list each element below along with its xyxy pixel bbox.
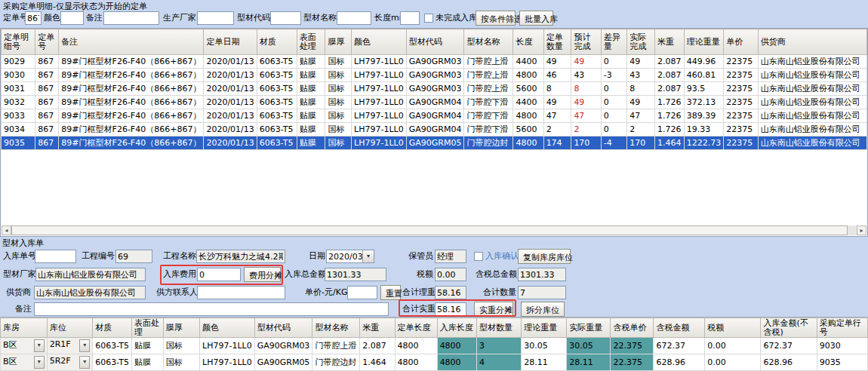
cell[interactable]: LH797-1LL0: [352, 69, 407, 82]
dropdown-arrow-icon[interactable]: ▾: [34, 339, 45, 352]
cell[interactable]: 1.464: [654, 136, 684, 150]
column-header[interactable]: 定单长度: [395, 318, 437, 338]
scroll-left-icon[interactable]: ◂: [2, 225, 11, 235]
cell[interactable]: 89#门框型材F26-F40（866+867）: [59, 136, 204, 150]
cell[interactable]: 22.375: [611, 338, 654, 354]
cell[interactable]: 2020/01/13: [204, 123, 257, 136]
cell[interactable]: 国标: [325, 96, 352, 109]
dropdown-arrow-icon[interactable]: ▾: [34, 356, 45, 369]
cell[interactable]: 0: [601, 55, 626, 69]
cell[interactable]: 9030: [817, 338, 867, 354]
cell[interactable]: 9035: [2, 136, 35, 150]
cell[interactable]: 43: [627, 69, 655, 82]
cell[interactable]: GA90GRM05: [406, 136, 464, 150]
cell[interactable]: 28.11: [567, 354, 611, 371]
cell[interactable]: 山东南山铝业股份有限公司: [758, 55, 866, 69]
cell[interactable]: 贴膜: [297, 96, 325, 109]
cell[interactable]: 1.464: [360, 354, 395, 371]
cell[interactable]: 6063-T5: [257, 82, 297, 96]
batch-inbound-button[interactable]: 批量入库: [519, 11, 553, 26]
cell[interactable]: 9030: [2, 69, 35, 82]
cell[interactable]: LH797-1LL0: [352, 109, 407, 123]
cell[interactable]: 4: [477, 354, 522, 371]
cell[interactable]: -3: [601, 69, 626, 82]
table-row[interactable]: 902986789#门框型材F26-F40（866+867）2020/01/13…: [2, 55, 867, 69]
cell[interactable]: 4800: [437, 354, 476, 371]
cell[interactable]: 867: [35, 109, 59, 123]
h-scrollbar[interactable]: ◂ ▸: [2, 225, 866, 235]
cell[interactable]: 0: [601, 96, 626, 109]
column-header[interactable]: 材质: [257, 29, 297, 55]
cell[interactable]: 22375: [724, 69, 759, 82]
cell[interactable]: 山东南山铝业股份有限公司: [758, 109, 866, 123]
cell[interactable]: 2020/01/13: [204, 109, 257, 123]
cell[interactable]: 山东南山铝业股份有限公司: [758, 123, 866, 136]
manufacturer-input[interactable]: [197, 11, 234, 25]
cell[interactable]: GA90GRM03: [406, 55, 464, 69]
cell[interactable]: 43: [571, 69, 601, 82]
column-header[interactable]: 理论重量: [684, 29, 724, 55]
column-header[interactable]: 备注: [59, 29, 204, 55]
calendar-dropdown-icon[interactable]: ▾: [362, 250, 374, 262]
cell[interactable]: 9033: [2, 109, 35, 123]
cell[interactable]: 22.375: [611, 354, 654, 371]
table-row[interactable]: 903386789#门框型材F26-F40（866+867）2020/01/13…: [2, 109, 867, 123]
cell[interactable]: 国标: [163, 354, 199, 371]
column-header[interactable]: 膜厚: [325, 29, 352, 55]
cell[interactable]: 门带腔上滑: [312, 338, 360, 354]
cell[interactable]: 贴膜: [297, 82, 325, 96]
cell[interactable]: 8: [543, 82, 571, 96]
column-header[interactable]: 实际重量: [567, 318, 611, 338]
cell[interactable]: 4800: [395, 354, 437, 371]
cell[interactable]: 2: [543, 123, 571, 136]
table-row[interactable]: ▾B区▾2R1F6063-T5贴膜国标LH797-1LL0GA90GRM03门带…: [1, 338, 868, 354]
cell[interactable]: GA90GRM05: [254, 354, 312, 371]
column-header[interactable]: 采购定单行号: [817, 318, 867, 338]
cell[interactable]: 6063-T5: [257, 123, 297, 136]
cell[interactable]: 门带腔下滑: [464, 109, 513, 123]
color-filter-input[interactable]: [60, 11, 84, 25]
cell[interactable]: GA90GRM03: [406, 82, 464, 96]
cell[interactable]: 372.13: [684, 96, 724, 109]
column-header[interactable]: 米重: [360, 318, 395, 338]
cell[interactable]: 2020/01/13: [204, 136, 257, 150]
cell[interactable]: 47: [543, 109, 571, 123]
cell[interactable]: 93.5: [684, 82, 724, 96]
scroll-right-icon[interactable]: ▸: [857, 225, 866, 235]
cell[interactable]: LH797-1LL0: [200, 354, 255, 371]
column-header[interactable]: 定单数量: [543, 29, 571, 55]
cell[interactable]: 国标: [325, 69, 352, 82]
cell[interactable]: 89#门框型材F26-F40（866+867）: [59, 55, 204, 69]
cell[interactable]: 山东南山铝业股份有限公司: [758, 82, 866, 96]
cell[interactable]: 4400: [513, 55, 543, 69]
cell[interactable]: 49: [571, 96, 601, 109]
cell[interactable]: 89#门框型材F26-F40（866+867）: [59, 123, 204, 136]
order-no-input[interactable]: [25, 11, 42, 25]
column-header[interactable]: 实际完成: [627, 29, 655, 55]
cell[interactable]: 6063-T5: [257, 136, 297, 150]
contact-input[interactable]: [197, 286, 285, 299]
cell[interactable]: -4: [601, 136, 626, 150]
cell[interactable]: 6063-T5: [257, 109, 297, 123]
cell[interactable]: 2.087: [654, 55, 684, 69]
cell[interactable]: LH797-1LL0: [352, 136, 407, 150]
cell[interactable]: 867: [35, 123, 59, 136]
cell[interactable]: 山东南山铝业股份有限公司: [758, 136, 866, 150]
cell[interactable]: ▾B区: [1, 338, 48, 354]
cell[interactable]: LH797-1LL0: [352, 82, 407, 96]
unfinished-inbound-checkbox[interactable]: [424, 14, 433, 23]
cell[interactable]: GA90GRM04: [406, 96, 464, 109]
cell[interactable]: 89#门框型材F26-F40（866+867）: [59, 82, 204, 96]
cell[interactable]: 6063-T5: [257, 55, 297, 69]
cell[interactable]: 2020/01/13: [204, 82, 257, 96]
column-header[interactable]: 材质: [93, 318, 132, 338]
cell[interactable]: 2: [627, 123, 655, 136]
cell[interactable]: 47: [571, 109, 601, 123]
actual-weight-allocate-button[interactable]: 实重分摊: [474, 302, 513, 317]
cell[interactable]: 28.11: [522, 354, 567, 371]
column-header[interactable]: 膜厚: [163, 318, 199, 338]
length-filter-input[interactable]: [400, 11, 420, 25]
cell[interactable]: 6063-T5: [257, 69, 297, 82]
cell[interactable]: 89#门框型材F26-F40（866+867）: [59, 69, 204, 82]
cell[interactable]: 22375: [724, 136, 759, 150]
